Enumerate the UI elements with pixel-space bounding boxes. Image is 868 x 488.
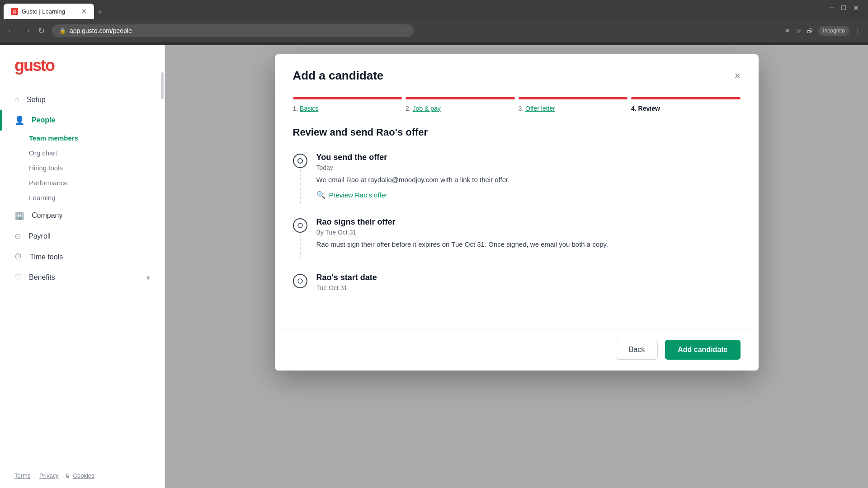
tab-title: Gusto | Learning [22, 8, 65, 15]
progress-bar-4 [631, 97, 741, 99]
modal-close-button[interactable]: × [735, 70, 741, 82]
sidebar-item-people-label: People [32, 116, 55, 124]
tab-close-button[interactable]: ✕ [81, 8, 87, 15]
menu-icon[interactable]: ⋮ [855, 28, 861, 34]
close-window-button[interactable]: ✕ [853, 4, 859, 12]
preview-offer-label: Preview Rao's offer [329, 191, 387, 199]
circle-icon-3 [297, 278, 303, 284]
terms-link[interactable]: Terms [14, 472, 30, 479]
modal-overlay: Add a candidate × 1. Basics [165, 45, 868, 488]
cookies-link[interactable]: Cookies [73, 472, 94, 479]
sidebar-item-people[interactable]: 👤 People [0, 110, 165, 131]
step-3-link[interactable]: Offer letter [525, 105, 555, 112]
timeline-sub-3: Tue Oct 31 [316, 284, 741, 291]
timeline-body-3: Rao's start date Tue Oct 31 [316, 273, 741, 295]
sidebar-item-hiring-tools[interactable]: Hiring tools [29, 160, 165, 175]
sidebar-item-time-tools-label: Time tools [30, 253, 63, 261]
progress-bar-3 [519, 97, 628, 99]
step-3-number: 3. [519, 105, 526, 112]
address-bar[interactable]: 🔒 app.gusto.com/people [52, 24, 414, 37]
time-icon: ⏱ [14, 252, 23, 262]
preview-offer-link[interactable]: 🔍 Preview Rao's offer [316, 191, 741, 199]
add-candidate-button[interactable]: Add candidate [665, 340, 740, 360]
modal-footer: Back Add candidate [275, 328, 759, 371]
browser-chrome: g Gusto | Learning ✕ + ─ □ ✕ ← → ↻ 🔒 app… [0, 0, 868, 45]
timeline: You send the offer Today We email Rao at… [293, 153, 741, 295]
timeline-heading-2: Rao signs their offer [316, 217, 741, 227]
sidebar-item-learning[interactable]: Learning [29, 190, 165, 205]
sidebar-item-company-label: Company [32, 211, 62, 220]
sidebar-item-setup[interactable]: ⌂ Setup [0, 89, 165, 110]
toolbar-right: 👁 ☆ 🗗 Incognito ⋮ [785, 26, 861, 36]
star-icon[interactable]: ☆ [796, 28, 802, 34]
new-tab-button[interactable]: + [94, 6, 106, 19]
timeline-circle-2 [293, 218, 307, 233]
svg-point-0 [298, 159, 302, 163]
progress-bar-1 [293, 97, 402, 99]
timeline-desc-1: We email Rao at raydalio@moodjoy.com wit… [316, 175, 741, 185]
modal-title: Add a candidate [293, 69, 384, 83]
progress-bars [293, 97, 741, 99]
forward-button[interactable]: → [23, 26, 31, 36]
window-icon[interactable]: 🗗 [807, 28, 813, 34]
timeline-heading-1: You send the offer [316, 153, 741, 162]
url-text: app.gusto.com/people [70, 27, 132, 34]
main-content: Add a candidate × 1. Basics [165, 45, 868, 488]
step-label-3: 3. Offer letter [519, 105, 628, 112]
sidebar-item-setup-label: Setup [27, 96, 46, 104]
company-icon: 🏢 [14, 211, 24, 221]
logo-text: gusto [14, 56, 54, 75]
privacy-link[interactable]: Privacy [39, 472, 59, 479]
lock-icon: 🔒 [59, 28, 66, 34]
sidebar-item-team-members[interactable]: Team members [29, 131, 165, 145]
heart-icon: ♡ [14, 272, 22, 282]
timeline-sub-1: Today [316, 164, 741, 171]
circle-icon-2 [297, 222, 303, 229]
timeline-circle-1 [293, 154, 307, 168]
timeline-sub-2: By Tue Oct 31 [316, 229, 741, 236]
minimize-button[interactable]: ─ [829, 4, 834, 12]
timeline-circle-3 [293, 274, 307, 288]
sidebar-item-time-tools[interactable]: ⏱ Time tools [0, 247, 165, 267]
search-icon: 🔍 [316, 191, 326, 199]
browser-toolbar: ← → ↻ 🔒 app.gusto.com/people 👁 ☆ 🗗 Incog… [0, 19, 868, 42]
step-4-label: Review [638, 105, 660, 112]
sidebar-item-benefits[interactable]: ♡ Benefits ▾ [0, 267, 165, 288]
circle-icon-1 [297, 158, 303, 164]
sidebar-item-org-chart[interactable]: Org chart [29, 145, 165, 160]
review-content: Review and send Rao's offer You send the… [275, 112, 759, 310]
sidebar-item-payroll[interactable]: ⊙ Payroll [0, 226, 165, 247]
step-2-number: 2. [406, 105, 413, 112]
step-4-number: 4. [631, 105, 638, 112]
svg-point-2 [298, 279, 302, 283]
sidebar: gusto ⌂ Setup 👤 People Team members Org … [0, 45, 165, 488]
sidebar-children-people: Team members Org chart Hiring tools Perf… [0, 131, 165, 205]
incognito-badge: Incognito [818, 26, 849, 36]
sidebar-item-benefits-label: Benefits [29, 273, 55, 282]
modal: Add a candidate × 1. Basics [275, 54, 759, 371]
step-2-link[interactable]: Job & pay [413, 105, 441, 112]
back-button[interactable]: Back [616, 340, 658, 360]
person-icon: 👤 [14, 115, 24, 125]
browser-tabs: g Gusto | Learning ✕ + ─ □ ✕ [0, 0, 868, 19]
modal-header: Add a candidate × [275, 54, 759, 83]
timeline-heading-3: Rao's start date [316, 273, 741, 282]
timeline-item-rao-signs: Rao signs their offer By Tue Oct 31 Rao … [293, 217, 741, 255]
app-layout: gusto ⌂ Setup 👤 People Team members Org … [0, 45, 868, 488]
step-1-link[interactable]: Basics [300, 105, 318, 112]
step-1-number: 1. [293, 105, 300, 112]
reload-button[interactable]: ↻ [38, 26, 45, 36]
timeline-item-start-date: Rao's start date Tue Oct 31 [293, 273, 741, 295]
step-label-1: 1. Basics [293, 105, 402, 112]
payroll-icon: ⊙ [14, 231, 21, 241]
maximize-button[interactable]: □ [841, 4, 846, 12]
timeline-body-2: Rao signs their offer By Tue Oct 31 Rao … [316, 217, 741, 255]
step-labels: 1. Basics 2. Job & pay 3. Offer letter [293, 105, 741, 112]
sidebar-item-performance[interactable]: Performance [29, 175, 165, 190]
eye-off-icon: 👁 [785, 28, 791, 34]
sidebar-item-company[interactable]: 🏢 Company [0, 205, 165, 226]
back-button[interactable]: ← [7, 26, 15, 36]
active-tab[interactable]: g Gusto | Learning ✕ [4, 4, 94, 19]
timeline-desc-2: Rao must sign their offer before it expi… [316, 239, 741, 250]
timeline-body-1: You send the offer Today We email Rao at… [316, 153, 741, 199]
